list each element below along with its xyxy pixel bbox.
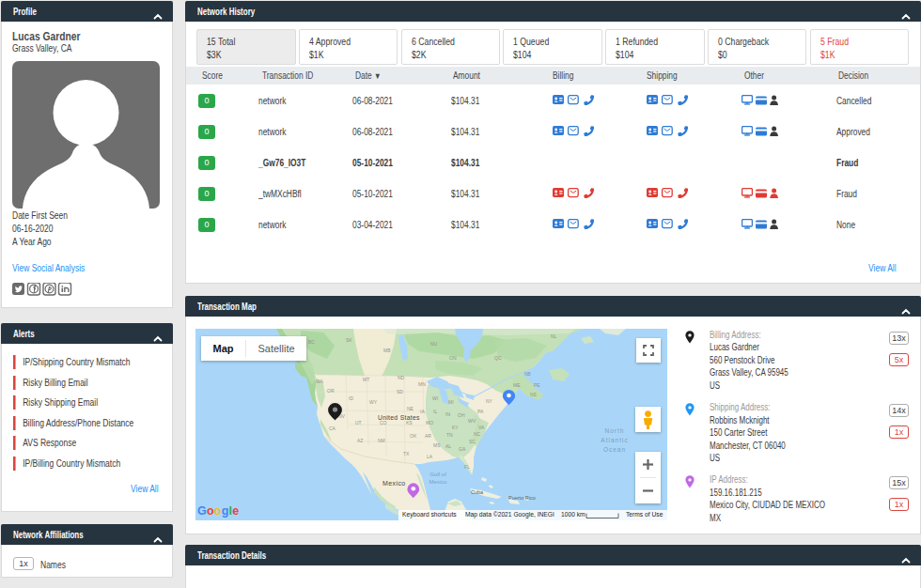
svg-text:OK: OK	[410, 433, 417, 439]
svg-text:BC: BC	[308, 339, 315, 345]
svg-text:Puerto Rico: Puerto Rico	[508, 495, 536, 501]
svg-text:MB: MB	[383, 348, 391, 353]
svg-text:WI: WI	[432, 395, 438, 401]
svg-text:AL: AL	[445, 443, 451, 449]
svg-text:AR: AR	[425, 433, 431, 439]
svg-text:OH: OH	[458, 412, 465, 418]
svg-text:MN: MN	[418, 381, 426, 387]
svg-text:NM: NM	[378, 438, 385, 443]
svg-text:NL: NL	[551, 333, 557, 339]
svg-text:North: North	[605, 427, 625, 434]
svg-text:IA: IA	[420, 409, 425, 414]
svg-text:IL: IL	[433, 409, 437, 414]
svg-text:PA: PA	[477, 409, 484, 414]
svg-text:GA: GA	[459, 446, 466, 452]
svg-text:United States: United States	[378, 414, 420, 421]
svg-text:WA: WA	[316, 379, 324, 384]
svg-text:SK: SK	[346, 337, 352, 343]
svg-text:CA: CA	[329, 426, 336, 431]
svg-text:Mexico: Mexico	[382, 480, 406, 487]
svg-text:NB: NB	[524, 371, 532, 377]
svg-text:KY: KY	[452, 425, 459, 430]
svg-text:NC: NC	[474, 431, 481, 437]
svg-text:MT: MT	[363, 377, 369, 382]
svg-text:Ocean: Ocean	[603, 446, 626, 453]
svg-text:VA: VA	[478, 425, 485, 430]
svg-text:NU: NU	[430, 341, 438, 347]
svg-text:QC: QC	[494, 355, 502, 361]
svg-text:TX: TX	[403, 451, 410, 456]
svg-text:Gulf of: Gulf of	[429, 472, 446, 477]
svg-text:LA: LA	[427, 454, 433, 459]
svg-text:PE: PE	[534, 382, 540, 388]
svg-text:NE: NE	[407, 406, 414, 411]
svg-text:MS: MS	[433, 442, 441, 448]
svg-text:Atlantic: Atlantic	[601, 437, 628, 443]
svg-text:ID: ID	[349, 395, 353, 401]
svg-text:FL: FL	[464, 464, 470, 470]
svg-text:IN: IN	[445, 411, 450, 417]
svg-text:UT: UT	[355, 420, 362, 426]
svg-text:ON: ON	[449, 355, 457, 361]
svg-text:NY: NY	[486, 398, 493, 404]
svg-text:WY: WY	[369, 399, 378, 405]
svg-text:MO: MO	[426, 420, 433, 426]
svg-text:SD: SD	[397, 389, 403, 395]
svg-text:Cuba: Cuba	[471, 489, 484, 495]
svg-text:TN: TN	[446, 432, 453, 438]
svg-text:ME: ME	[513, 382, 521, 388]
svg-text:OR: OR	[327, 388, 335, 394]
svg-text:AZ: AZ	[357, 438, 363, 443]
svg-text:MI: MI	[448, 399, 454, 405]
svg-text:Mexico: Mexico	[429, 479, 447, 485]
svg-text:NS: NS	[530, 392, 538, 397]
svg-text:SC: SC	[469, 439, 476, 444]
svg-text:ND: ND	[398, 375, 405, 380]
svg-text:WV: WV	[468, 418, 476, 424]
